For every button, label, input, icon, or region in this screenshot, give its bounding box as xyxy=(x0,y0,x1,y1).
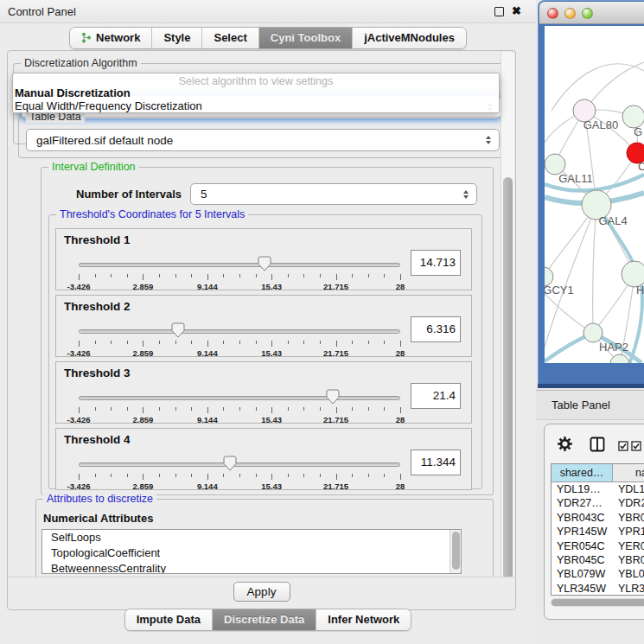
tab-cyni-toolbox[interactable]: Cyni Toolbox xyxy=(258,28,352,48)
split-columns-icon[interactable] xyxy=(590,437,605,456)
float-window-icon[interactable] xyxy=(494,7,504,16)
slider-handle[interactable] xyxy=(223,456,237,471)
scrollbar-thumb[interactable] xyxy=(503,177,513,598)
slider-handle[interactable] xyxy=(171,322,185,338)
tick-label: 28 xyxy=(396,481,405,491)
bottom-tabbar: Impute DataDiscretize DataInfer Network xyxy=(0,609,536,631)
cell-name[interactable]: YLR345W xyxy=(613,582,644,596)
slider-track[interactable] xyxy=(79,396,400,400)
threshold-slider[interactable]: -3.4262.8599.14415.4321.71528 xyxy=(79,455,400,489)
threshold-label: Threshold 3 xyxy=(64,367,131,379)
cell-shared-name[interactable]: YPR145W xyxy=(552,525,613,539)
network-node[interactable] xyxy=(610,354,629,363)
threshold-value-field[interactable]: 11.344 xyxy=(411,450,461,475)
tab-impute-data[interactable]: Impute Data xyxy=(125,609,212,630)
tab-select[interactable]: Select xyxy=(201,28,258,48)
cell-name[interactable]: YDR27… xyxy=(613,496,644,510)
slider-ticks xyxy=(79,274,400,282)
network-edge[interactable] xyxy=(552,64,644,111)
table-header-row: shared… name xyxy=(552,464,644,482)
attribute-item-selfloops[interactable]: SelfLoops xyxy=(42,530,461,545)
tab-discretize-data[interactable]: Discretize Data xyxy=(212,609,316,630)
threshold-slider[interactable]: -3.4262.8599.14415.4321.71528 xyxy=(79,388,400,423)
tick-label: 21.715 xyxy=(323,282,348,291)
mac-close-button[interactable] xyxy=(547,8,558,19)
cell-name[interactable]: YBR043C xyxy=(613,511,644,525)
slider-handle[interactable] xyxy=(258,256,271,271)
slider-handle[interactable] xyxy=(326,389,340,405)
slider-track[interactable] xyxy=(79,263,400,267)
tab-network[interactable]: Network xyxy=(70,28,151,48)
threshold-slider[interactable]: -3.4262.8599.14415.4321.71528 xyxy=(79,255,400,290)
cell-shared-name[interactable]: YDR27… xyxy=(552,496,613,510)
mac-zoom-button[interactable] xyxy=(582,8,593,19)
threshold-value-field[interactable]: 21.4 xyxy=(411,383,461,409)
checkbox-checked-icon[interactable] xyxy=(631,439,641,455)
cell-name[interactable]: YER054C xyxy=(613,539,644,553)
top-tab-group: NetworkStyleSelectCyni ToolboxjActiveMNo… xyxy=(69,27,467,49)
group-title: Discretization Algorithm xyxy=(21,57,141,69)
table-row-ypr145w[interactable]: YPR145WYPR145W xyxy=(552,525,644,539)
cell-name[interactable]: YBR045C xyxy=(613,553,644,567)
table-row-ydl19[interactable]: YDL19…YDL19… xyxy=(552,482,644,496)
cell-name[interactable]: YPR145W xyxy=(613,525,644,539)
attribute-item-betweennesscentrality[interactable]: BetweennessCentrality xyxy=(42,561,461,574)
numerical-attributes-list[interactable]: SelfLoopsTopologicalCoefficientBetweenne… xyxy=(41,529,462,574)
tick-label: 15.43 xyxy=(261,481,282,491)
table-row-ydr27[interactable]: YDR27…YDR27… xyxy=(552,496,644,510)
popup-prompt: Select algorithm to view settings xyxy=(13,73,499,86)
threshold-value-field[interactable]: 14.713 xyxy=(411,250,461,276)
table-horizontal-scrollbar[interactable] xyxy=(551,598,644,607)
tick-label: 21.715 xyxy=(323,415,348,424)
popup-item-equal-width-frequency[interactable]: Equal Width/Frequency Discretization xyxy=(13,99,499,112)
tab-style[interactable]: Style xyxy=(151,28,201,48)
tick-label: 15.43 xyxy=(261,348,282,358)
cell-name[interactable]: YBL079W xyxy=(613,567,644,581)
cell-shared-name[interactable]: YBR045C xyxy=(552,553,613,567)
cell-shared-name[interactable]: YER054C xyxy=(552,539,613,553)
cell-name[interactable]: YDL19… xyxy=(613,482,644,496)
threshold-value-field[interactable]: 6.316 xyxy=(411,316,461,342)
mac-minimize-button[interactable] xyxy=(564,8,576,19)
table-row-ylr345w[interactable]: YLR345WYLR345W xyxy=(552,582,644,596)
slider-track[interactable] xyxy=(79,462,400,467)
network-node-hap2[interactable] xyxy=(583,323,603,342)
network-canvas[interactable]: GAL80GCGAL11GAL4HGCY1HAP2 xyxy=(545,26,644,363)
table-data-combobox[interactable]: galFiltered.sif default node xyxy=(26,129,500,151)
scrollbar-thumb[interactable] xyxy=(552,599,644,606)
cell-shared-name[interactable]: YBR043C xyxy=(552,511,613,525)
table-row-ybl079w[interactable]: YBL079WYBL079W xyxy=(552,567,644,581)
threshold-slider[interactable]: -3.4262.8599.14415.4321.71528 xyxy=(79,322,400,356)
panel-vertical-scrollbar[interactable] xyxy=(501,52,514,609)
tick-label: 28 xyxy=(396,415,405,424)
attribute-item-topologicalcoefficient[interactable]: TopologicalCoefficient xyxy=(42,545,461,561)
node-attribute-table[interactable]: shared… name YDL19…YDL19…YDR27…YDR27…YBR… xyxy=(551,463,644,596)
network-edge[interactable] xyxy=(593,205,596,333)
column-header-name[interactable]: name xyxy=(613,464,644,481)
cell-shared-name[interactable]: YBL079W xyxy=(552,567,613,581)
column-header-shared-name[interactable]: shared… xyxy=(552,464,613,481)
group-title: Attributes to discretize xyxy=(43,493,156,505)
tab-jactivemnodules[interactable]: jActiveMNodules xyxy=(352,28,466,48)
gear-icon[interactable] xyxy=(557,436,573,456)
network-graph[interactable]: GAL80GCGAL11GAL4HGCY1HAP2 xyxy=(545,26,644,363)
list-scrollbar[interactable] xyxy=(450,530,461,573)
tab-infer-network[interactable]: Infer Network xyxy=(316,609,411,630)
table-row-ybr045c[interactable]: YBR045CYBR045C xyxy=(552,553,644,567)
table-row-yer054c[interactable]: YER054CYER054C xyxy=(552,539,644,553)
apply-button[interactable]: Apply xyxy=(233,582,290,602)
cell-shared-name[interactable]: YLR345W xyxy=(552,582,613,596)
tab-label: Cyni Toolbox xyxy=(271,31,341,44)
table-row-ybr043c[interactable]: YBR043CYBR043C xyxy=(552,511,644,525)
network-window-titlebar[interactable] xyxy=(539,2,644,24)
cell-shared-name[interactable]: YDL19… xyxy=(552,482,613,496)
panel-title: Control Panel xyxy=(8,5,76,18)
tick-label: -3.426 xyxy=(67,282,91,291)
threshold-label: Threshold 4 xyxy=(64,433,131,446)
checkbox-checked-icon[interactable] xyxy=(618,439,628,455)
slider-track[interactable] xyxy=(79,329,400,334)
close-icon[interactable]: ✖ xyxy=(512,4,521,17)
num-intervals-combobox[interactable]: 5 xyxy=(190,183,477,205)
popup-item-manual-discretization[interactable]: Manual Discretization xyxy=(13,86,499,99)
tab-label: Network xyxy=(96,31,140,44)
